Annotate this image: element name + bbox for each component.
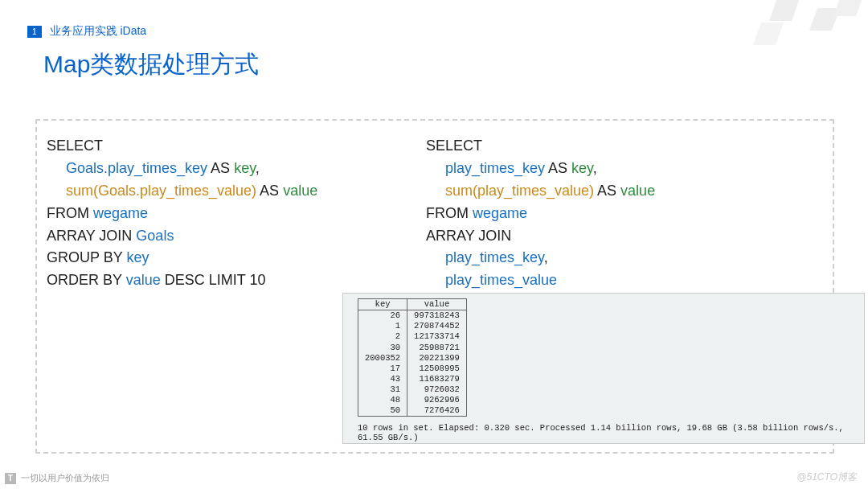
table-row: 200035220221399 [358,353,467,364]
kw-limit: DESC LIMIT 10 [161,272,266,288]
th-value: value [407,299,467,310]
alias-key: key [234,160,256,176]
comma: , [256,160,260,176]
cell-key: 43 [358,374,407,384]
col-expr: play_times_key [445,160,545,176]
kw-as: AS [594,183,620,199]
cell-key: 17 [358,364,407,374]
breadcrumb-badge: 1 [27,26,42,38]
alias-value: value [620,183,655,199]
aj-target: Goals [136,228,174,244]
footer-left: T 一切以用户价值为依归 [5,472,109,484]
cell-key: 48 [358,395,407,405]
code-panel: SELECT Goals.play_times_key AS key, sum(… [35,119,834,454]
cell-value: 7276426 [407,405,467,417]
kw-arrayjoin: ARRAY JOIN [426,228,511,244]
gb-col: key [126,249,149,265]
aj-col2: play_times_value [445,272,557,288]
cell-key: 50 [358,405,407,417]
cell-value: 20221399 [407,353,467,364]
footer-icon: T [5,473,16,484]
kw-from: FROM [426,205,473,221]
cell-key: 30 [358,343,407,353]
agg-expr: sum(Goals.play_times_value) [66,183,256,199]
kw-select: SELECT [47,138,103,154]
breadcrumb: 1 业务应用实践 iData [27,24,146,39]
aj-col1: play_times_key [445,249,544,265]
kw-groupby: GROUP BY [47,249,126,265]
table-row: 26997318243 [358,310,467,322]
comma: , [593,160,597,176]
cell-value: 9726032 [407,384,467,395]
tbl-name: wegame [473,205,527,221]
kw-as: AS [545,160,571,176]
cell-value: 9262996 [407,395,467,405]
ob-col: value [126,272,161,288]
table-row: 319726032 [358,384,467,395]
col-expr: Goals.play_times_key [66,160,207,176]
cell-value: 12508995 [407,364,467,374]
cell-value: 25988721 [407,343,467,353]
kw-orderby: ORDER BY [47,272,126,288]
alias-key: key [571,160,593,176]
cell-key: 2 [358,331,407,342]
footer-right: @51CTO博客 [796,471,857,484]
table-row: 489262996 [358,395,467,405]
table-row: 507276426 [358,405,467,417]
cell-key: 1 [358,321,407,331]
page-title: Map类数据处理方式 [43,48,259,81]
comma: , [544,249,548,265]
decorative-shapes [707,0,868,80]
kw-as: AS [256,183,283,199]
table-row: 1712508995 [358,364,467,374]
alias-value: value [283,183,317,199]
table-row: 3025988721 [358,343,467,353]
cell-value: 11683279 [407,374,467,384]
kw-from: FROM [47,205,93,221]
kw-select: SELECT [426,138,482,154]
footer-text: 一切以用户价值为依归 [21,472,109,484]
cell-key: 2000352 [358,353,407,364]
cell-value: 121733714 [407,331,467,342]
table-row: 1270874452 [358,321,467,331]
cell-value: 997318243 [407,310,467,322]
cell-key: 31 [358,384,407,395]
cell-key: 26 [358,310,407,322]
kw-as: AS [207,160,234,176]
th-key: key [358,299,407,310]
agg-expr: sum(play_times_value) [445,183,594,199]
table-row: 2121733714 [358,331,467,342]
query-result: key value 269973182431270874452212173371… [342,293,865,444]
kw-arrayjoin: ARRAY JOIN [47,228,136,244]
tbl-name: wegame [93,205,148,221]
result-table: key value 269973182431270874452212173371… [358,298,467,417]
table-row: 4311683279 [358,374,467,384]
breadcrumb-text: 业务应用实践 iData [50,24,147,39]
cell-value: 270874452 [407,321,467,331]
result-status: 10 rows in set. Elapsed: 0.320 sec. Proc… [358,423,856,442]
